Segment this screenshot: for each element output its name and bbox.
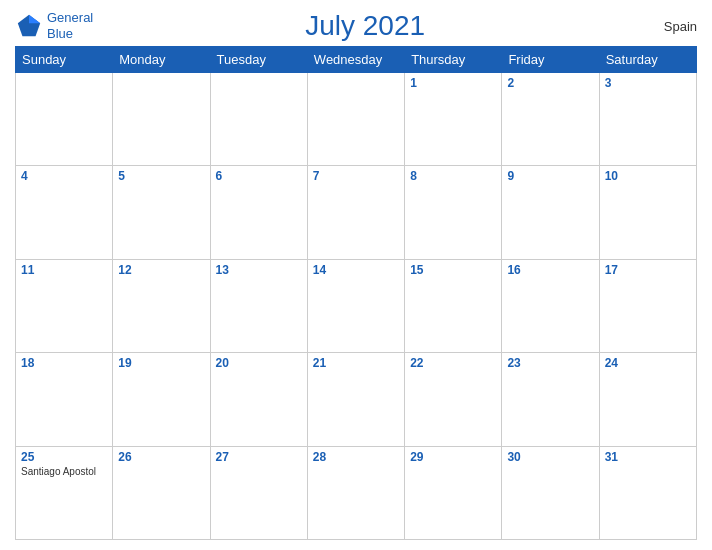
date-number: 17 — [605, 263, 691, 277]
calendar-cell: 5 — [113, 166, 210, 259]
date-number: 27 — [216, 450, 302, 464]
calendar-cell: 12 — [113, 259, 210, 352]
date-number: 31 — [605, 450, 691, 464]
date-number: 6 — [216, 169, 302, 183]
logo-icon — [15, 12, 43, 40]
calendar-week-row: 11121314151617 — [16, 259, 697, 352]
weekday-header-wednesday: Wednesday — [307, 47, 404, 73]
calendar-cell: 28 — [307, 446, 404, 539]
weekday-header-thursday: Thursday — [405, 47, 502, 73]
calendar-cell: 14 — [307, 259, 404, 352]
calendar-cell: 30 — [502, 446, 599, 539]
calendar-header: General Blue July 2021 Spain — [15, 10, 697, 42]
date-number: 9 — [507, 169, 593, 183]
calendar-cell: 7 — [307, 166, 404, 259]
calendar-cell: 21 — [307, 353, 404, 446]
date-number: 28 — [313, 450, 399, 464]
country-label: Spain — [637, 19, 697, 34]
weekday-header-row: SundayMondayTuesdayWednesdayThursdayFrid… — [16, 47, 697, 73]
date-number: 14 — [313, 263, 399, 277]
calendar-cell: 3 — [599, 73, 696, 166]
calendar-cell: 18 — [16, 353, 113, 446]
weekday-header-sunday: Sunday — [16, 47, 113, 73]
date-number: 18 — [21, 356, 107, 370]
date-number: 13 — [216, 263, 302, 277]
calendar-cell: 26 — [113, 446, 210, 539]
date-number: 22 — [410, 356, 496, 370]
date-number: 3 — [605, 76, 691, 90]
event-text: Santiago Apostol — [21, 466, 107, 477]
date-number: 21 — [313, 356, 399, 370]
date-number: 15 — [410, 263, 496, 277]
date-number: 7 — [313, 169, 399, 183]
date-number: 10 — [605, 169, 691, 183]
calendar-cell: 19 — [113, 353, 210, 446]
calendar-cell — [307, 73, 404, 166]
weekday-header-monday: Monday — [113, 47, 210, 73]
date-number: 1 — [410, 76, 496, 90]
logo-text: General Blue — [47, 10, 93, 41]
calendar-cell: 29 — [405, 446, 502, 539]
calendar-cell: 20 — [210, 353, 307, 446]
weekday-header-friday: Friday — [502, 47, 599, 73]
svg-marker-1 — [29, 15, 40, 23]
calendar-cell — [16, 73, 113, 166]
calendar-cell: 9 — [502, 166, 599, 259]
logo: General Blue — [15, 10, 93, 41]
calendar-cell — [113, 73, 210, 166]
weekday-header-saturday: Saturday — [599, 47, 696, 73]
date-number: 23 — [507, 356, 593, 370]
calendar-cell: 22 — [405, 353, 502, 446]
date-number: 2 — [507, 76, 593, 90]
calendar-cell: 15 — [405, 259, 502, 352]
calendar-week-row: 18192021222324 — [16, 353, 697, 446]
date-number: 19 — [118, 356, 204, 370]
calendar-table: SundayMondayTuesdayWednesdayThursdayFrid… — [15, 46, 697, 540]
date-number: 11 — [21, 263, 107, 277]
date-number: 30 — [507, 450, 593, 464]
date-number: 29 — [410, 450, 496, 464]
calendar-cell: 24 — [599, 353, 696, 446]
calendar-week-row: 25Santiago Apostol262728293031 — [16, 446, 697, 539]
calendar-cell: 6 — [210, 166, 307, 259]
calendar-cell: 23 — [502, 353, 599, 446]
calendar-cell: 17 — [599, 259, 696, 352]
date-number: 12 — [118, 263, 204, 277]
calendar-cell — [210, 73, 307, 166]
calendar-cell: 13 — [210, 259, 307, 352]
weekday-header-tuesday: Tuesday — [210, 47, 307, 73]
date-number: 8 — [410, 169, 496, 183]
date-number: 4 — [21, 169, 107, 183]
calendar-cell: 2 — [502, 73, 599, 166]
calendar-cell: 31 — [599, 446, 696, 539]
date-number: 25 — [21, 450, 107, 464]
calendar-cell: 25Santiago Apostol — [16, 446, 113, 539]
date-number: 24 — [605, 356, 691, 370]
calendar-cell: 1 — [405, 73, 502, 166]
date-number: 26 — [118, 450, 204, 464]
calendar-cell: 4 — [16, 166, 113, 259]
calendar-cell: 8 — [405, 166, 502, 259]
calendar-title: July 2021 — [93, 10, 637, 42]
calendar-week-row: 123 — [16, 73, 697, 166]
calendar-week-row: 45678910 — [16, 166, 697, 259]
date-number: 16 — [507, 263, 593, 277]
date-number: 5 — [118, 169, 204, 183]
calendar-cell: 16 — [502, 259, 599, 352]
calendar-cell: 11 — [16, 259, 113, 352]
date-number: 20 — [216, 356, 302, 370]
calendar-cell: 10 — [599, 166, 696, 259]
calendar-cell: 27 — [210, 446, 307, 539]
